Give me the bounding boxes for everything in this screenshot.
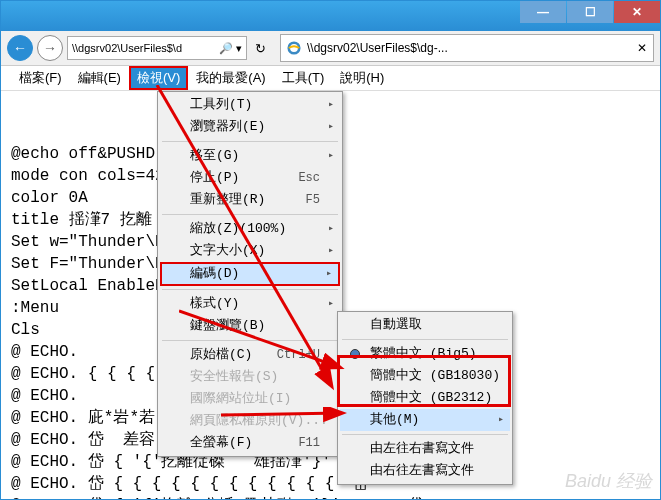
submenu-item[interactable]: 由右往左書寫文件 — [340, 460, 510, 482]
watermark: Baidu 经验 — [565, 469, 652, 493]
menu-item[interactable]: 樣式(Y) — [160, 293, 340, 315]
menu-item[interactable]: 移至(G) — [160, 145, 340, 167]
content-area: @echo off&PUSHD mode con cols=42 color 0… — [1, 91, 660, 500]
maximize-button[interactable]: ☐ — [567, 1, 613, 23]
minimize-button[interactable]: — — [520, 1, 566, 23]
menu-item: 網頁隱私權原則(V)... — [160, 410, 340, 432]
menu-item[interactable]: 全螢幕(F)F11 — [160, 432, 340, 454]
menu-bar: 檔案(F) 編輯(E) 檢視(V) 我的最愛(A) 工具(T) 說明(H) — [1, 66, 660, 91]
menu-item[interactable]: 重新整理(R)F5 — [160, 189, 340, 211]
window-controls: — ☐ ✕ — [520, 1, 660, 23]
menu-item[interactable]: 鍵盤瀏覽(B) — [160, 315, 340, 337]
submenu-item[interactable]: 簡體中文 (GB2312) — [340, 387, 510, 409]
submenu-item[interactable]: 繁體中文 (Big5) — [340, 343, 510, 365]
ie-icon — [287, 41, 301, 55]
menu-view[interactable]: 檢視(V) — [129, 66, 188, 90]
menu-favorites[interactable]: 我的最愛(A) — [188, 66, 273, 90]
titlebar: — ☐ ✕ — [1, 1, 660, 31]
menu-item[interactable]: 瀏覽器列(E) — [160, 116, 340, 138]
forward-button[interactable]: → — [37, 35, 63, 61]
menu-tools[interactable]: 工具(T) — [274, 66, 333, 90]
menu-item[interactable]: 原始檔(C)Ctrl+U — [160, 344, 340, 366]
submenu-item[interactable]: 由左往右書寫文件 — [340, 438, 510, 460]
menu-item[interactable]: 停止(P)Esc — [160, 167, 340, 189]
address-bar: ← → \\dgsrv02\UserFiles$\d 🔎 ▾ ↻ \\dgsrv… — [1, 31, 660, 66]
window: — ☐ ✕ ← → \\dgsrv02\UserFiles$\d 🔎 ▾ ↻ \… — [0, 0, 661, 500]
address-text: \\dgsrv02\UserFiles$\d — [72, 42, 182, 54]
menu-item[interactable]: 編碼(D) — [160, 262, 340, 286]
encoding-submenu: 自動選取繁體中文 (Big5)簡體中文 (GB18030)簡體中文 (GB231… — [337, 311, 513, 485]
browser-tab[interactable]: \\dgsrv02\UserFiles$\dg-... ✕ — [280, 34, 654, 62]
menu-item: 安全性報告(S) — [160, 366, 340, 388]
close-button[interactable]: ✕ — [614, 1, 660, 23]
menu-item[interactable]: 文字大小(X) — [160, 240, 340, 262]
menu-item[interactable]: 縮放(Z)(100%) — [160, 218, 340, 240]
submenu-item[interactable]: 其他(M) — [340, 409, 510, 431]
view-menu-dropdown: 工具列(T)瀏覽器列(E)移至(G)停止(P)Esc重新整理(R)F5縮放(Z)… — [157, 91, 343, 457]
submenu-item[interactable]: 自動選取 — [340, 314, 510, 336]
tab-close-icon[interactable]: ✕ — [637, 41, 647, 55]
menu-file[interactable]: 檔案(F) — [11, 66, 70, 90]
refresh-button[interactable]: ↻ — [251, 41, 270, 56]
menu-help[interactable]: 說明(H) — [332, 66, 392, 90]
menu-edit[interactable]: 編輯(E) — [70, 66, 129, 90]
back-button[interactable]: ← — [7, 35, 33, 61]
menu-item[interactable]: 工具列(T) — [160, 94, 340, 116]
search-icon[interactable]: 🔎 ▾ — [219, 42, 242, 55]
tab-label: \\dgsrv02\UserFiles$\dg-... — [307, 41, 448, 55]
address-field[interactable]: \\dgsrv02\UserFiles$\d 🔎 ▾ — [67, 36, 247, 60]
submenu-item[interactable]: 簡體中文 (GB18030) — [340, 365, 510, 387]
menu-item: 國際網站位址(I) — [160, 388, 340, 410]
